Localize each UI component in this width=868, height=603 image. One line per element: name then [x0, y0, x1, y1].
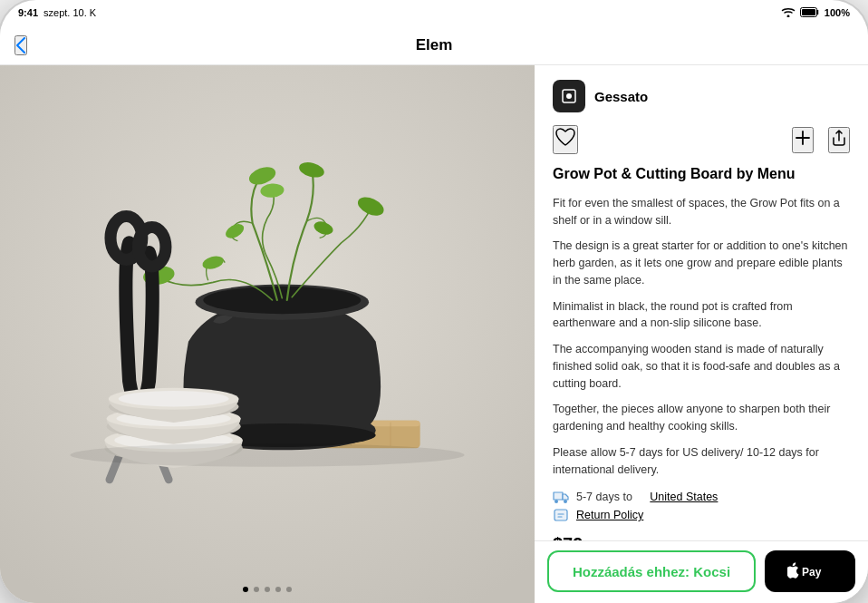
add-to-cart-button[interactable]: Hozzáadás ehhez: Kocsi [547, 550, 756, 592]
desc-para-6: Please allow 5-7 days for US delivery/ 1… [553, 444, 850, 479]
nav-title: Elem [416, 36, 453, 54]
shipping-item: 5-7 days to United States [553, 491, 850, 503]
status-right-icons: 100% [781, 6, 850, 19]
product-title: Grow Pot & Cutting Board by Menu [553, 165, 850, 184]
return-policy-link[interactable]: Return Policy [576, 509, 643, 521]
bottom-buttons: Hozzáadás ehhez: Kocsi Pay [535, 540, 868, 603]
battery-icon [800, 7, 820, 19]
dot-5 [286, 587, 292, 592]
return-icon [553, 509, 569, 521]
truck-icon [553, 491, 569, 503]
action-icons-right [792, 127, 850, 153]
share-button[interactable] [828, 127, 850, 153]
desc-para-4: The accompanying wooden stand is made of… [553, 341, 850, 392]
action-row [553, 125, 850, 154]
dot-2 [254, 587, 259, 592]
detail-panel: Gessato [535, 65, 868, 603]
svg-rect-1 [802, 9, 815, 15]
svg-text:Pay: Pay [802, 566, 822, 579]
desc-para-1: Fit for even the smallest of spaces, the… [553, 195, 850, 229]
svg-rect-41 [555, 510, 567, 520]
apple-pay-button[interactable]: Pay [765, 550, 855, 592]
device-frame: 9:41 szept. 10. K 100% [0, 0, 868, 603]
dot-4 [275, 587, 281, 592]
svg-point-39 [555, 500, 558, 503]
battery-percent: 100% [825, 7, 850, 18]
svg-point-35 [119, 391, 229, 406]
status-bar: 9:41 szept. 10. K 100% [0, 0, 868, 25]
desc-para-2: The design is a great starter for or add… [553, 238, 850, 288]
wifi-icon [781, 6, 796, 19]
nav-bar: Elem [0, 25, 868, 65]
svg-point-38 [566, 93, 572, 99]
delivery-section: 5-7 days to United States Return Policy [553, 491, 850, 521]
svg-point-36 [70, 443, 464, 467]
main-content: Gessato [0, 65, 868, 603]
shop-header: Gessato [553, 80, 850, 112]
add-button[interactable] [792, 127, 814, 153]
page-dots [0, 587, 535, 592]
desc-para-5: Together, the pieces allow anyone to sha… [553, 401, 850, 435]
svg-point-40 [564, 500, 567, 503]
shop-logo [553, 80, 585, 112]
desc-para-3: Minimalist in black, the round pot is cr… [553, 298, 850, 333]
shop-name: Gessato [594, 89, 648, 104]
return-policy-item: Return Policy [553, 509, 850, 521]
status-date: szept. 10. K [43, 7, 96, 18]
product-image-panel [0, 65, 535, 603]
svg-point-14 [203, 287, 361, 314]
favorite-button[interactable] [553, 125, 578, 154]
status-time: 9:41 [18, 7, 38, 18]
shipping-text: 5-7 days to [576, 491, 632, 503]
back-button[interactable] [14, 35, 27, 55]
destination-link[interactable]: United States [650, 491, 718, 503]
dot-1 [243, 587, 248, 592]
product-image [0, 65, 535, 603]
dot-3 [265, 587, 270, 592]
